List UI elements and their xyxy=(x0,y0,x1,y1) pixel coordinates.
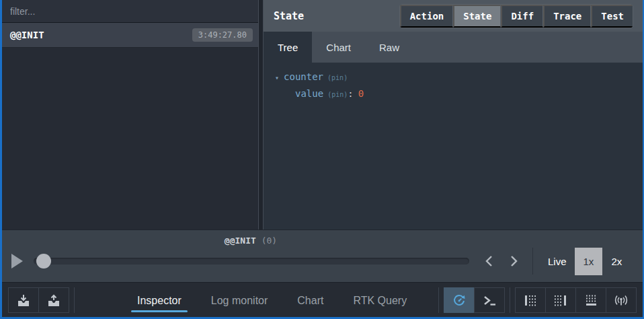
tab-chart[interactable]: Chart xyxy=(296,285,325,314)
import-tray-icon xyxy=(16,293,31,308)
expander-arrow-icon[interactable]: ▾ xyxy=(275,74,279,81)
tree-node-value[interactable]: value (pin) : 0 xyxy=(275,88,643,99)
subtab-tree[interactable]: Tree xyxy=(264,32,312,63)
footer-divider xyxy=(438,287,439,313)
broadcast-antenna-icon xyxy=(613,293,629,308)
tree-key: counter xyxy=(284,71,323,82)
dock-bottom-button[interactable] xyxy=(575,287,606,313)
redux-devtools-window: @@INIT 3:49:27.80 State Action State Dif… xyxy=(0,0,644,319)
live-button[interactable]: Live xyxy=(540,249,575,274)
tab-diff[interactable]: Diff xyxy=(501,5,543,28)
action-list-item[interactable]: @@INIT 3:49:27.80 xyxy=(2,23,258,48)
export-button[interactable] xyxy=(38,287,69,313)
tree-pin-annotation[interactable]: (pin) xyxy=(327,74,348,81)
tab-action[interactable]: Action xyxy=(400,5,454,28)
tree-node-counter[interactable]: ▾ counter (pin) xyxy=(275,71,643,82)
dispatcher-button[interactable] xyxy=(474,287,505,313)
terminal-icon xyxy=(482,293,497,308)
footer-divider xyxy=(74,287,75,313)
remote-button[interactable] xyxy=(606,287,637,313)
monitor-tabs: Inspector Log monitor Chart RTK Query xyxy=(136,285,408,314)
state-inspector-panel: State Action State Diff Trace Test Tree … xyxy=(264,0,643,229)
step-forward-button[interactable] xyxy=(501,251,526,271)
footer-icon-buttons xyxy=(434,287,637,313)
tree-colon: : xyxy=(348,88,353,99)
panel-resize-handle[interactable] xyxy=(258,0,264,229)
tab-trace[interactable]: Trace xyxy=(543,5,591,28)
pause-recording-button[interactable] xyxy=(444,287,475,313)
inspector-tab-group: Action State Diff Trace Test xyxy=(399,4,633,28)
play-icon[interactable] xyxy=(11,254,23,269)
action-list-empty-area xyxy=(2,48,258,229)
playback-divider xyxy=(532,248,533,275)
import-button[interactable] xyxy=(8,287,39,313)
action-name: @@INIT xyxy=(10,30,44,40)
export-tray-icon xyxy=(46,293,61,308)
playback-action-index: (0) xyxy=(261,236,277,246)
state-tree: ▾ counter (pin) value (pin) : 0 xyxy=(264,63,643,229)
timeline-slider-thumb[interactable] xyxy=(36,254,51,269)
tree-key: value xyxy=(295,88,323,99)
chevron-right-icon xyxy=(509,255,518,267)
tab-state[interactable]: State xyxy=(453,5,501,28)
filter-bar xyxy=(2,0,258,23)
main-split: @@INIT 3:49:27.80 State Action State Dif… xyxy=(2,0,643,229)
action-list-panel: @@INIT 3:49:27.80 xyxy=(2,0,258,229)
panel-title: State xyxy=(274,10,304,22)
dock-left-button[interactable] xyxy=(515,287,546,313)
speed-2x-button[interactable]: 2x xyxy=(602,248,631,275)
stopwatch-icon xyxy=(452,293,467,308)
view-subtab-bar: Tree Chart Raw xyxy=(264,32,643,63)
subtab-chart[interactable]: Chart xyxy=(312,32,365,63)
footer-toolbar: Inspector Log monitor Chart RTK Query xyxy=(2,282,643,317)
tab-inspector[interactable]: Inspector xyxy=(136,285,183,314)
dock-bottom-icon xyxy=(583,293,598,308)
dock-left-icon xyxy=(523,293,538,308)
tree-value: 0 xyxy=(358,88,364,99)
dock-right-button[interactable] xyxy=(545,287,576,313)
chevron-left-icon xyxy=(485,255,494,267)
tab-log-monitor[interactable]: Log monitor xyxy=(210,285,270,314)
playback-action-name: @@INIT xyxy=(225,236,256,246)
tab-rtk-query[interactable]: RTK Query xyxy=(352,285,408,314)
dock-right-icon xyxy=(553,293,568,308)
playback-bar: @@INIT (0) Live 1x 2x xyxy=(2,229,643,282)
filter-input[interactable] xyxy=(2,6,258,17)
playback-action-label: @@INIT (0) xyxy=(2,236,499,246)
subtab-raw[interactable]: Raw xyxy=(365,32,413,63)
tab-test[interactable]: Test xyxy=(591,5,633,28)
footer-divider xyxy=(510,287,510,313)
timeline-slider[interactable] xyxy=(34,258,469,264)
step-back-button[interactable] xyxy=(477,251,501,271)
action-timestamp-badge: 3:49:27.80 xyxy=(192,28,253,42)
playback-controls-row: Live 1x 2x xyxy=(11,246,635,276)
tree-pin-annotation[interactable]: (pin) xyxy=(327,91,348,98)
speed-1x-button[interactable]: 1x xyxy=(575,248,603,275)
inspector-header: State Action State Diff Trace Test xyxy=(264,0,643,32)
